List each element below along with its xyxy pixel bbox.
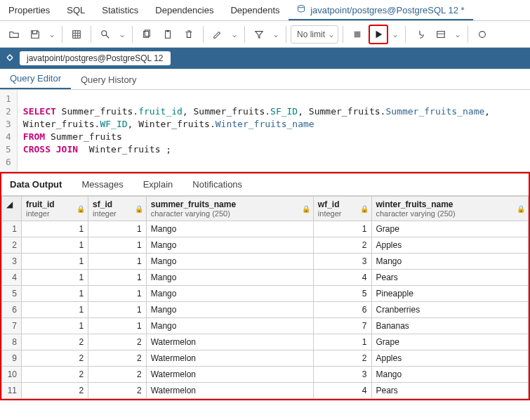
tab-query-editor[interactable]: Query Editor bbox=[0, 69, 71, 89]
cell-summer-name[interactable]: Mango bbox=[146, 286, 313, 302]
explain-dropdown[interactable] bbox=[452, 25, 463, 44]
tab-data-output[interactable]: Data Output bbox=[4, 175, 67, 194]
sql-code[interactable]: SELECT Summer_fruits.fruit_id, Summer_fr… bbox=[18, 90, 530, 171]
execute-button[interactable] bbox=[369, 25, 388, 44]
edit-button[interactable] bbox=[208, 25, 227, 44]
cell-winter-name[interactable]: Pineapple bbox=[371, 286, 529, 302]
open-file-button[interactable] bbox=[4, 25, 24, 44]
cell-fruit-id[interactable]: 2 bbox=[22, 367, 88, 383]
row-number[interactable]: 11 bbox=[2, 383, 22, 399]
col-fruit-id[interactable]: fruit_idinteger🔒 bbox=[22, 197, 88, 221]
cell-wf-id[interactable]: 3 bbox=[313, 367, 371, 383]
table-row[interactable]: 311Mango3Mango bbox=[2, 254, 529, 270]
cell-wf-id[interactable]: 4 bbox=[313, 383, 371, 399]
cell-summer-name[interactable]: Watermelon bbox=[146, 383, 313, 399]
cell-summer-name[interactable]: Mango bbox=[146, 318, 313, 334]
tab-statistics[interactable]: Statistics bbox=[93, 1, 147, 19]
cell-sf-id[interactable]: 1 bbox=[88, 254, 147, 270]
cell-fruit-id[interactable]: 2 bbox=[22, 334, 88, 350]
cell-winter-name[interactable]: Cranberries bbox=[371, 302, 529, 318]
cell-fruit-id[interactable]: 1 bbox=[22, 318, 88, 334]
row-number[interactable]: 1 bbox=[2, 221, 22, 237]
save-button[interactable] bbox=[25, 25, 45, 44]
tab-dependencies[interactable]: Dependencies bbox=[147, 1, 222, 19]
table-row[interactable]: 822Watermelon1Grape bbox=[2, 334, 529, 350]
table-row[interactable]: 922Watermelon2Apples bbox=[2, 350, 529, 367]
tab-notifications[interactable]: Notifications bbox=[187, 175, 248, 194]
table-row[interactable]: 1122Watermelon4Pears bbox=[2, 383, 529, 399]
cell-summer-name[interactable]: Mango bbox=[146, 302, 313, 318]
col-wf-id[interactable]: wf_idinteger🔒 bbox=[313, 197, 371, 221]
cell-sf-id[interactable]: 1 bbox=[88, 270, 147, 286]
cell-fruit-id[interactable]: 1 bbox=[22, 270, 88, 286]
cell-fruit-id[interactable]: 2 bbox=[22, 350, 88, 367]
tab-properties[interactable]: Properties bbox=[0, 1, 58, 19]
cell-sf-id[interactable]: 1 bbox=[88, 221, 147, 237]
cell-wf-id[interactable]: 1 bbox=[313, 221, 371, 237]
copy-button[interactable] bbox=[137, 25, 157, 44]
cell-sf-id[interactable]: 1 bbox=[88, 302, 147, 318]
tab-sql[interactable]: SQL bbox=[58, 1, 93, 19]
cell-winter-name[interactable]: Mango bbox=[371, 367, 529, 383]
col-winter-fruits-name[interactable]: winter_fruits_namecharacter varying (250… bbox=[371, 197, 529, 221]
cell-wf-id[interactable]: 6 bbox=[313, 302, 371, 318]
cell-winter-name[interactable]: Pears bbox=[371, 383, 529, 399]
tab-explain[interactable]: Explain bbox=[138, 175, 179, 194]
tab-messages[interactable]: Messages bbox=[76, 175, 128, 194]
find-dropdown[interactable] bbox=[117, 25, 128, 44]
sql-editor[interactable]: 123456 SELECT Summer_fruits.fruit_id, Su… bbox=[0, 90, 530, 172]
tab-connection[interactable]: javatpoint/postgres@PostgreSQL 12 * bbox=[289, 1, 473, 20]
edit-dropdown[interactable] bbox=[229, 25, 240, 44]
cell-wf-id[interactable]: 2 bbox=[313, 350, 371, 367]
cell-fruit-id[interactable]: 1 bbox=[22, 286, 88, 302]
cell-fruit-id[interactable]: 1 bbox=[22, 254, 88, 270]
cell-sf-id[interactable]: 1 bbox=[88, 286, 147, 302]
col-sf-id[interactable]: sf_idinteger🔒 bbox=[88, 197, 147, 221]
cell-summer-name[interactable]: Mango bbox=[146, 221, 313, 237]
save-dropdown[interactable] bbox=[46, 25, 58, 44]
col-summer-fruits-name[interactable]: summer_fruits_namecharacter varying (250… bbox=[146, 197, 313, 221]
cell-wf-id[interactable]: 7 bbox=[313, 318, 371, 334]
cell-winter-name[interactable]: Mango bbox=[371, 254, 529, 270]
row-number[interactable]: 10 bbox=[2, 367, 22, 383]
cell-fruit-id[interactable]: 1 bbox=[22, 302, 88, 318]
table-row[interactable]: 411Mango4Pears bbox=[2, 270, 529, 286]
find-button[interactable] bbox=[95, 25, 115, 44]
filter-dropdown[interactable] bbox=[270, 25, 281, 44]
cell-winter-name[interactable]: Apples bbox=[371, 237, 529, 254]
row-number[interactable]: 9 bbox=[2, 350, 22, 367]
explain-analyze-button[interactable] bbox=[431, 25, 451, 44]
tab-dependents[interactable]: Dependents bbox=[222, 1, 288, 19]
stop-button[interactable] bbox=[347, 25, 367, 44]
commit-button[interactable] bbox=[472, 25, 492, 44]
cell-summer-name[interactable]: Watermelon bbox=[146, 334, 313, 350]
cell-wf-id[interactable]: 4 bbox=[313, 270, 371, 286]
cell-sf-id[interactable]: 2 bbox=[88, 350, 147, 367]
connection-label[interactable]: javatpoint/postgres@PostgreSQL 12 bbox=[20, 51, 171, 65]
cell-winter-name[interactable]: Grape bbox=[371, 221, 529, 237]
table-row[interactable]: 611Mango6Cranberries bbox=[2, 302, 529, 318]
row-number[interactable]: 3 bbox=[2, 254, 22, 270]
cell-sf-id[interactable]: 2 bbox=[88, 334, 147, 350]
filter-button[interactable] bbox=[249, 25, 269, 44]
row-limit-select[interactable]: No limit bbox=[291, 25, 338, 44]
cell-fruit-id[interactable]: 1 bbox=[22, 221, 88, 237]
table-row[interactable]: 1022Watermelon3Mango bbox=[2, 367, 529, 383]
cell-wf-id[interactable]: 2 bbox=[313, 237, 371, 254]
delete-row-button[interactable] bbox=[179, 25, 199, 44]
paste-button[interactable] bbox=[158, 25, 178, 44]
cell-winter-name[interactable]: Grape bbox=[371, 334, 529, 350]
row-number[interactable]: 7 bbox=[2, 318, 22, 334]
cell-summer-name[interactable]: Mango bbox=[146, 270, 313, 286]
row-number[interactable]: 6 bbox=[2, 302, 22, 318]
cell-winter-name[interactable]: Pears bbox=[371, 270, 529, 286]
cell-sf-id[interactable]: 1 bbox=[88, 318, 147, 334]
table-row[interactable]: 511Mango5Pineapple bbox=[2, 286, 529, 302]
connection-icon[interactable] bbox=[4, 52, 15, 65]
cell-fruit-id[interactable]: 2 bbox=[22, 383, 88, 399]
row-number[interactable]: 5 bbox=[2, 286, 22, 302]
cell-sf-id[interactable]: 2 bbox=[88, 367, 147, 383]
cell-fruit-id[interactable]: 1 bbox=[22, 237, 88, 254]
cell-sf-id[interactable]: 2 bbox=[88, 383, 147, 399]
cell-winter-name[interactable]: Bananas bbox=[371, 318, 529, 334]
